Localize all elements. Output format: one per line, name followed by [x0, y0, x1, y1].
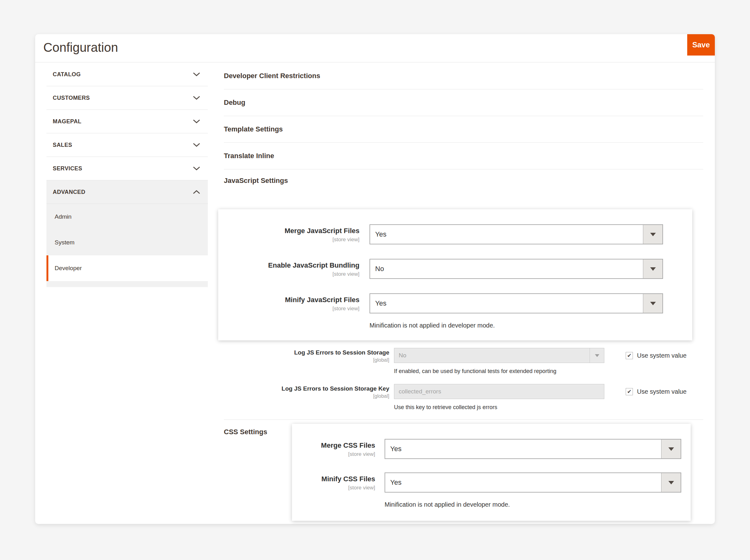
field-label-block: Merge CSS Files [store view] — [292, 439, 375, 459]
select-value: Yes — [370, 225, 643, 244]
sidebar-item-sales[interactable]: SALES — [46, 133, 208, 157]
field-note: If enabled, can be used by functional te… — [394, 368, 604, 375]
use-system-value-block: ✔ Use system value — [626, 384, 687, 411]
config-content: Developer Client Restrictions Debug Temp… — [224, 63, 703, 521]
field-note: Minification is not applied in developer… — [370, 322, 663, 329]
field-control-block: No — [370, 259, 663, 279]
sidebar-item-magepal[interactable]: MAGEPAL — [46, 110, 208, 133]
sidebar-item-catalog[interactable]: CATALOG — [46, 63, 208, 86]
field-label: Merge JavaScript Files — [218, 227, 359, 235]
section-javascript-settings[interactable]: JavaScript Settings — [224, 169, 703, 192]
field-control-block: collected_errors Use this key to retriev… — [394, 384, 604, 411]
field-label-block: Log JS Errors to Session Storage Key [gl… — [224, 384, 389, 411]
field-control-block: Yes — [384, 439, 681, 459]
subnav-item-system[interactable]: System — [46, 230, 208, 255]
section-debug[interactable]: Debug — [224, 89, 703, 116]
css-settings-panel: Merge CSS Files [store view] Yes Minify … — [292, 424, 691, 521]
use-system-value-checkbox[interactable]: ✔ — [626, 352, 633, 359]
field-scope: [store view] — [292, 485, 375, 491]
section-developer-client-restrictions[interactable]: Developer Client Restrictions — [224, 63, 703, 89]
enable-js-bundling-select[interactable]: No — [370, 259, 663, 279]
configuration-card: Configuration Save CATALOG CUSTOMERS MAG… — [35, 34, 715, 524]
log-js-errors-select[interactable]: No — [394, 348, 604, 363]
field-label-block: Log JS Errors to Session Storage [global… — [224, 348, 389, 375]
use-system-value-label: Use system value — [637, 352, 687, 359]
chevron-down-icon — [193, 96, 200, 100]
field-row-merge-js: Merge JavaScript Files [store view] Yes — [218, 224, 692, 244]
dropdown-arrow-icon — [643, 225, 663, 244]
field-control-block: Yes Minification is not applied in devel… — [384, 473, 681, 508]
field-scope: [store view] — [292, 451, 375, 457]
field-control-block: No If enabled, can be used by functional… — [394, 348, 604, 375]
field-label: Log JS Errors to Session Storage — [224, 349, 389, 356]
field-label: Enable JavaScript Bundling — [218, 261, 359, 269]
javascript-settings-panel: Merge JavaScript Files [store view] Yes … — [218, 209, 692, 340]
log-js-errors-key-input[interactable]: collected_errors — [394, 384, 604, 399]
field-row-merge-css: Merge CSS Files [store view] Yes — [292, 439, 691, 459]
sidebar-item-label: CATALOG — [53, 71, 81, 78]
use-system-value-block: ✔ Use system value — [626, 348, 687, 375]
select-value: Yes — [370, 294, 643, 313]
merge-js-files-select[interactable]: Yes — [370, 224, 663, 244]
select-value: No — [394, 348, 590, 363]
field-label: Merge CSS Files — [292, 441, 375, 450]
dropdown-arrow-icon — [643, 294, 663, 313]
advanced-subnav: Admin System Developer — [46, 204, 208, 287]
section-template-settings[interactable]: Template Settings — [224, 116, 703, 143]
field-note: Minification is not applied in developer… — [384, 501, 681, 508]
sidebar-item-services[interactable]: SERVICES — [46, 157, 208, 180]
select-value: Yes — [385, 473, 661, 492]
sidebar-item-customers[interactable]: CUSTOMERS — [46, 86, 208, 110]
config-sidebar: CATALOG CUSTOMERS MAGEPAL SALES SERVICES… — [46, 63, 208, 287]
sidebar-item-label: MAGEPAL — [53, 118, 81, 125]
use-system-value-label: Use system value — [637, 388, 687, 395]
field-label-block: Enable JavaScript Bundling [store view] — [218, 259, 359, 279]
chevron-up-icon — [193, 190, 200, 194]
field-row-minify-css: Minify CSS Files [store view] Yes Minifi… — [292, 473, 691, 508]
field-scope: [store view] — [218, 271, 359, 277]
section-translate-inline[interactable]: Translate Inline — [224, 143, 703, 169]
field-control-block: Yes — [370, 224, 663, 244]
sidebar-item-label: CUSTOMERS — [53, 95, 90, 101]
sidebar-item-label: SERVICES — [53, 165, 82, 172]
subnav-item-developer[interactable]: Developer — [46, 255, 208, 281]
field-label: Minify JavaScript Files — [218, 296, 359, 304]
field-row-minify-js: Minify JavaScript Files [store view] Yes… — [218, 293, 692, 329]
minify-js-files-select[interactable]: Yes — [370, 293, 663, 313]
dropdown-arrow-icon — [661, 439, 680, 458]
field-row-enable-js-bundling: Enable JavaScript Bundling [store view] … — [218, 259, 692, 279]
sidebar-item-advanced[interactable]: ADVANCED — [46, 180, 208, 204]
field-label-block: Merge JavaScript Files [store view] — [218, 224, 359, 244]
field-scope: [store view] — [218, 236, 359, 243]
select-value: Yes — [385, 439, 661, 458]
field-row-log-js-errors: Log JS Errors to Session Storage [global… — [224, 348, 703, 375]
field-note: Use this key to retrieve collected js er… — [394, 404, 604, 411]
chevron-down-icon — [193, 72, 200, 77]
chevron-down-icon — [193, 143, 200, 147]
field-row-log-js-errors-key: Log JS Errors to Session Storage Key [gl… — [224, 384, 703, 411]
dropdown-arrow-icon — [590, 348, 604, 363]
field-label-block: Minify JavaScript Files [store view] — [218, 293, 359, 329]
page-header: Configuration Save — [35, 34, 715, 62]
dropdown-arrow-icon — [643, 260, 663, 278]
field-label-block: Minify CSS Files [store view] — [292, 473, 375, 508]
field-label: Minify CSS Files — [292, 475, 375, 483]
css-settings-section: CSS Settings Merge CSS Files [store view… — [224, 420, 703, 521]
chevron-down-icon — [193, 166, 200, 171]
field-scope: [store view] — [218, 306, 359, 312]
sidebar-item-label: ADVANCED — [53, 189, 85, 195]
page-title: Configuration — [43, 40, 118, 55]
save-button[interactable]: Save — [687, 34, 715, 56]
dropdown-arrow-icon — [661, 473, 680, 492]
field-scope: [global] — [224, 393, 389, 399]
minify-css-files-select[interactable]: Yes — [384, 473, 681, 493]
field-label: Log JS Errors to Session Storage Key — [224, 385, 389, 392]
css-settings-header: CSS Settings — [224, 420, 287, 521]
select-value: No — [370, 260, 643, 278]
subnav-item-admin[interactable]: Admin — [46, 204, 208, 230]
sidebar-item-label: SALES — [53, 142, 72, 148]
field-scope: [global] — [224, 357, 389, 363]
use-system-value-checkbox[interactable]: ✔ — [626, 388, 633, 395]
merge-css-files-select[interactable]: Yes — [384, 439, 681, 459]
field-control-block: Yes Minification is not applied in devel… — [370, 293, 663, 329]
